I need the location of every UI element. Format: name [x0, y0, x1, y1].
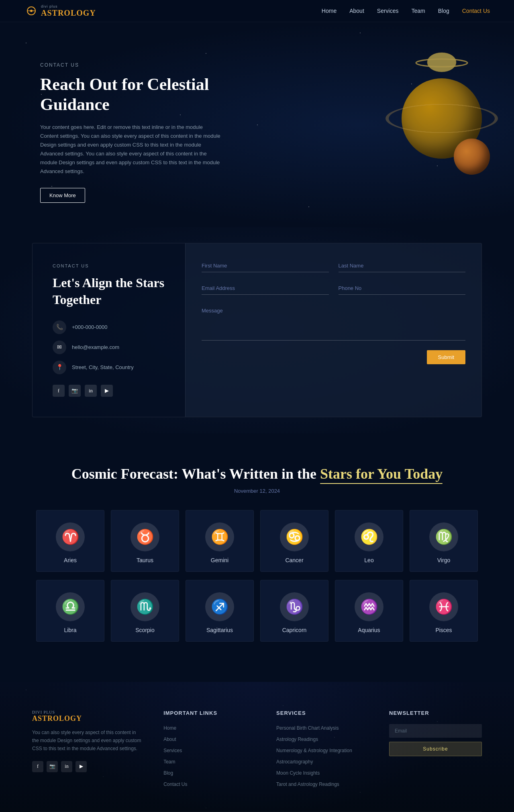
instagram-icon[interactable]: 📷: [69, 385, 81, 397]
zodiac-card-aries[interactable]: ♈ Aries: [36, 510, 104, 572]
nav-blog[interactable]: Blog: [438, 8, 449, 14]
hero-planets: [337, 46, 490, 183]
newsletter-email-input[interactable]: [389, 724, 482, 738]
zodiac-grid-row1: ♈ Aries ♉ Taurus ♊ Gemini ♋ Cancer ♌ Leo: [36, 510, 478, 572]
zodiac-card-leo[interactable]: ♌ Leo: [335, 510, 403, 572]
navigation: divi plus ASTROLOGY Home About Services …: [0, 0, 514, 22]
footer-youtube-icon[interactable]: ▶: [75, 761, 87, 772]
zodiac-grid-row2: ♎ Libra ♏ Scorpio ♐ Sagittarius ♑ Capric…: [36, 580, 478, 642]
nav-home[interactable]: Home: [322, 8, 337, 14]
contact-form-section: CONTACT US Let's Align the Stars Togethe…: [0, 227, 514, 433]
footer-service-link[interactable]: Personal Birth Chart Analysis: [276, 725, 339, 731]
address-text: Street, City, State, Country: [72, 364, 134, 370]
footer-newsletter-title: Newsletter: [389, 710, 482, 716]
phone-icon: 📞: [53, 320, 66, 334]
zodiac-card-sagittarius[interactable]: ♐ Sagittarius: [186, 580, 254, 642]
last-name-input[interactable]: [339, 259, 466, 272]
contact-form: Submit: [185, 243, 481, 416]
footer-newsletter-col: Newsletter Subscribe: [389, 710, 482, 792]
aries-label: Aries: [64, 557, 77, 563]
youtube-icon[interactable]: ▶: [101, 385, 113, 397]
gemini-label: Gemini: [211, 557, 228, 563]
footer-link-contact-us[interactable]: Contact Us: [163, 781, 187, 787]
footer-description: You can also style every aspect of this …: [32, 728, 143, 753]
facebook-icon[interactable]: f: [53, 385, 65, 397]
nav-services[interactable]: Services: [377, 8, 399, 14]
footer-service-link[interactable]: Moon Cycle Insights: [276, 770, 320, 776]
contact-title: Let's Align the Stars Together: [53, 275, 165, 308]
first-name-input[interactable]: [202, 259, 329, 272]
footer-social-icons: f 📷 in ▶: [32, 761, 143, 772]
footer-service-link[interactable]: Numerology & Astrology Integration: [276, 748, 352, 753]
contact-social-icons: f 📷 in ▶: [53, 385, 165, 397]
form-row-name: [202, 259, 465, 272]
subscribe-button[interactable]: Subscribe: [389, 742, 482, 756]
zodiac-card-pisces[interactable]: ♓ Pisces: [410, 580, 478, 642]
first-name-field: [202, 259, 329, 272]
last-name-field: [339, 259, 466, 272]
email-field: [202, 282, 329, 295]
form-row-contact: [202, 282, 465, 295]
zodiac-card-libra[interactable]: ♎ Libra: [36, 580, 104, 642]
zodiac-card-capricorn[interactable]: ♑ Capricorn: [260, 580, 328, 642]
nav-about[interactable]: About: [349, 8, 364, 14]
footer-link-blog[interactable]: Blog: [163, 770, 173, 776]
logo-prefix: divi plus: [41, 4, 96, 8]
cancer-label: Cancer: [285, 557, 303, 563]
know-more-button[interactable]: Know More: [40, 188, 85, 203]
footer-service-link[interactable]: Tarot and Astrology Readings: [276, 781, 339, 787]
nav-links: Home About Services Team Blog Contact Us: [322, 7, 490, 14]
footer-services-col: Services Personal Birth Chart AnalysisAs…: [276, 710, 369, 792]
contact-phone-row: 📞 +000-000-0000: [53, 320, 165, 334]
footer-grid: divi plus ASTROLOGY You can also style e…: [32, 710, 482, 792]
footer-link-home[interactable]: Home: [163, 725, 176, 731]
logo[interactable]: divi plus ASTROLOGY: [24, 4, 96, 18]
phone-input[interactable]: [339, 282, 466, 295]
footer-link-team[interactable]: Team: [163, 759, 175, 765]
footer-links-list: HomeAboutServicesTeamBlogContact Us: [163, 724, 256, 788]
nav-team[interactable]: Team: [411, 8, 425, 14]
aries-icon: ♈: [56, 522, 85, 551]
gemini-icon: ♊: [205, 522, 234, 551]
footer-logo: divi plus ASTROLOGY: [32, 710, 143, 723]
zodiac-card-taurus[interactable]: ♉ Taurus: [111, 510, 179, 572]
zodiac-card-aquarius[interactable]: ♒ Aquarius: [335, 580, 403, 642]
libra-label: Libra: [64, 627, 76, 633]
footer-instagram-icon[interactable]: 📷: [47, 761, 58, 772]
zodiac-card-cancer[interactable]: ♋ Cancer: [260, 510, 328, 572]
email-input[interactable]: [202, 282, 329, 295]
aquarius-icon: ♒: [355, 592, 383, 621]
zodiac-card-scorpio[interactable]: ♏ Scorpio: [111, 580, 179, 642]
footer-facebook-icon[interactable]: f: [32, 761, 43, 772]
footer-linkedin-icon[interactable]: in: [61, 761, 72, 772]
taurus-label: Taurus: [137, 557, 153, 563]
hero-label: CONTACT US: [40, 62, 221, 68]
zodiac-card-virgo[interactable]: ♍ Virgo: [410, 510, 478, 572]
footer-brand-text: ASTROLOGY: [32, 714, 82, 722]
footer-services-title: Services: [276, 710, 369, 716]
footer-link-about[interactable]: About: [163, 737, 176, 742]
forecast-date: November 12, 2024: [16, 488, 498, 494]
zodiac-section: Cosmic Forecast: What's Written in the S…: [0, 433, 514, 682]
svg-point-5: [427, 53, 456, 72]
message-input[interactable]: [202, 304, 465, 341]
footer-service-link[interactable]: Astrology Readings: [276, 737, 318, 742]
footer-logo-prefix: divi plus: [32, 710, 143, 714]
linkedin-icon[interactable]: in: [85, 385, 97, 397]
hero-description: Your content goes here. Edit or remove t…: [40, 123, 221, 176]
zodiac-card-gemini[interactable]: ♊ Gemini: [186, 510, 254, 572]
phone-field: [339, 282, 466, 295]
footer-links-col: Important Links HomeAboutServicesTeamBlo…: [163, 710, 256, 792]
scorpio-label: Scorpio: [135, 627, 154, 633]
contact-address-row: 📍 Street, City, State, Country: [53, 361, 165, 374]
libra-icon: ♎: [56, 592, 85, 621]
hero-title: Reach Out for Celestial Guidance: [40, 74, 221, 115]
footer-link-services[interactable]: Services: [163, 748, 182, 753]
footer-service-link[interactable]: Astrocartography: [276, 759, 313, 765]
cancer-icon: ♋: [280, 522, 309, 551]
sagittarius-icon: ♐: [205, 592, 234, 621]
submit-button[interactable]: Submit: [427, 350, 465, 364]
hero-content: CONTACT US Reach Out for Celestial Guida…: [40, 62, 221, 203]
nav-contact[interactable]: Contact Us: [462, 8, 490, 14]
location-icon: 📍: [53, 361, 66, 374]
